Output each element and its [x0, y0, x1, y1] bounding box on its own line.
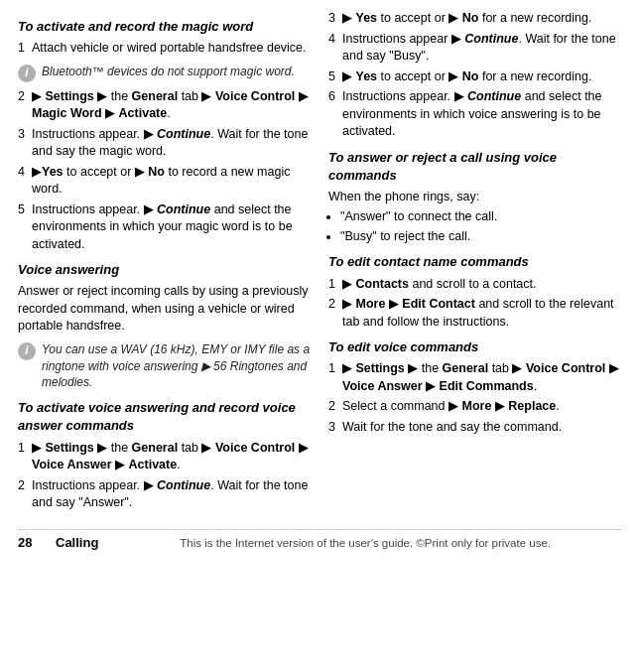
bullet-answer: "Answer" to connect the call. — [340, 208, 622, 226]
r-step-num-6: 6 — [328, 88, 342, 141]
ev-step-content-1: ▶ Settings ▶ the General tab ▶ Voice Con… — [342, 360, 622, 395]
note-wav-text: You can use a WAV (16 kHz), EMY or IMY f… — [42, 341, 311, 391]
ev-step-1: 1 ▶ Settings ▶ the General tab ▶ Voice C… — [328, 360, 622, 395]
voice-answering-heading: Voice answering — [18, 261, 311, 279]
r-step-content-4: Instructions appear ▶ Continue. Wait for… — [342, 31, 622, 66]
footer-section: Calling — [56, 534, 98, 552]
activate-step-content-1: ▶ Settings ▶ the General tab ▶ Voice Con… — [32, 440, 311, 474]
footer-note: This is the Internet version of the user… — [108, 535, 622, 551]
note-bluetooth-text: Bluetooth™ devices do not support magic … — [42, 64, 295, 80]
activate-step-num-1: 1 — [18, 440, 32, 474]
step-num-1: 1 — [18, 40, 32, 58]
ec-step-1: 1 ▶ Contacts and scroll to a contact. — [328, 276, 622, 294]
ev-step-3: 3 Wait for the tone and say the command. — [328, 419, 622, 437]
r-step-content-5: ▶ Yes to accept or ▶ No for a new record… — [342, 68, 622, 86]
ec-step-content-2: ▶ More ▶ Edit Contact and scroll to the … — [342, 296, 622, 331]
step-content-1: Attach vehicle or wired portable handsfr… — [32, 40, 311, 58]
r-step-num-4: 4 — [328, 31, 342, 66]
right-column: 3 ▶ Yes to accept or ▶ No for a new reco… — [328, 10, 622, 515]
answer-bullets: "Answer" to connect the call. "Busy" to … — [340, 208, 622, 245]
left-column: To activate and record the magic word 1 … — [18, 10, 311, 515]
step-content-3: Instructions appear. ▶ Continue. Wait fo… — [32, 126, 311, 161]
step-1: 1 Attach vehicle or wired portable hands… — [18, 40, 311, 58]
note-icon-2: i — [18, 342, 36, 360]
page: To activate and record the magic word 1 … — [0, 0, 640, 672]
footer-page-number: 28 — [18, 534, 46, 552]
r-step-num-3: 3 — [328, 10, 342, 28]
activate-step-2: 2 Instructions appear. ▶ Continue. Wait … — [18, 477, 311, 512]
voice-answering-body: Answer or reject incoming calls by using… — [18, 283, 311, 336]
answer-body: When the phone rings, say: — [328, 189, 622, 206]
r-step-3: 3 ▶ Yes to accept or ▶ No for a new reco… — [328, 10, 622, 28]
ev-step-num-3: 3 — [328, 419, 342, 437]
step-content-4: ▶Yes to accept or ▶ No to record a new m… — [32, 164, 311, 199]
ec-step-num-2: 2 — [328, 296, 342, 331]
step-num-4: 4 — [18, 164, 32, 199]
step-5: 5 Instructions appear. ▶ Continue and se… — [18, 202, 311, 254]
r-step-6: 6 Instructions appear. ▶ Continue and se… — [328, 88, 622, 141]
step-3: 3 Instructions appear. ▶ Continue. Wait … — [18, 126, 311, 161]
r-step-5: 5 ▶ Yes to accept or ▶ No for a new reco… — [328, 68, 622, 86]
note-wav: i You can use a WAV (16 kHz), EMY or IMY… — [18, 341, 311, 391]
step-num-2: 2 — [18, 88, 32, 123]
answer-reject-heading: To answer or reject a call using voice c… — [328, 149, 622, 185]
activate-voice-heading: To activate voice answering and record v… — [18, 399, 311, 435]
main-heading: To activate and record the magic word — [18, 18, 311, 36]
note-icon-1: i — [18, 65, 36, 82]
ev-step-content-3: Wait for the tone and say the command. — [342, 419, 622, 437]
edit-voice-heading: To edit voice commands — [328, 338, 622, 356]
r-step-content-3: ▶ Yes to accept or ▶ No for a new record… — [342, 10, 622, 28]
r-step-num-5: 5 — [328, 68, 342, 86]
step-2: 2 ▶ Settings ▶ the General tab ▶ Voice C… — [18, 88, 311, 123]
ec-step-num-1: 1 — [328, 276, 342, 294]
two-column-layout: To activate and record the magic word 1 … — [18, 10, 622, 515]
r-step-content-6: Instructions appear. ▶ Continue and sele… — [342, 88, 622, 141]
activate-step-1: 1 ▶ Settings ▶ the General tab ▶ Voice C… — [18, 440, 311, 474]
note-bluetooth: i Bluetooth™ devices do not support magi… — [18, 64, 311, 82]
edit-contact-heading: To edit contact name commands — [328, 253, 622, 271]
ev-step-num-2: 2 — [328, 398, 342, 416]
activate-step-content-2: Instructions appear. ▶ Continue. Wait fo… — [32, 477, 311, 512]
step-num-3: 3 — [18, 126, 32, 161]
footer: 28 Calling This is the Internet version … — [18, 529, 622, 552]
step-content-5: Instructions appear. ▶ Continue and sele… — [32, 202, 311, 254]
step-content-2: ▶ Settings ▶ the General tab ▶ Voice Con… — [32, 88, 311, 123]
ev-step-content-2: Select a command ▶ More ▶ Replace. — [342, 398, 622, 416]
step-4: 4 ▶Yes to accept or ▶ No to record a new… — [18, 164, 311, 199]
step-num-5: 5 — [18, 202, 32, 254]
ev-step-2: 2 Select a command ▶ More ▶ Replace. — [328, 398, 622, 416]
ec-step-content-1: ▶ Contacts and scroll to a contact. — [342, 276, 622, 294]
ev-step-num-1: 1 — [328, 360, 342, 395]
r-step-4: 4 Instructions appear ▶ Continue. Wait f… — [328, 31, 622, 66]
ec-step-2: 2 ▶ More ▶ Edit Contact and scroll to th… — [328, 296, 622, 331]
bullet-busy: "Busy" to reject the call. — [340, 228, 622, 246]
activate-step-num-2: 2 — [18, 477, 32, 512]
